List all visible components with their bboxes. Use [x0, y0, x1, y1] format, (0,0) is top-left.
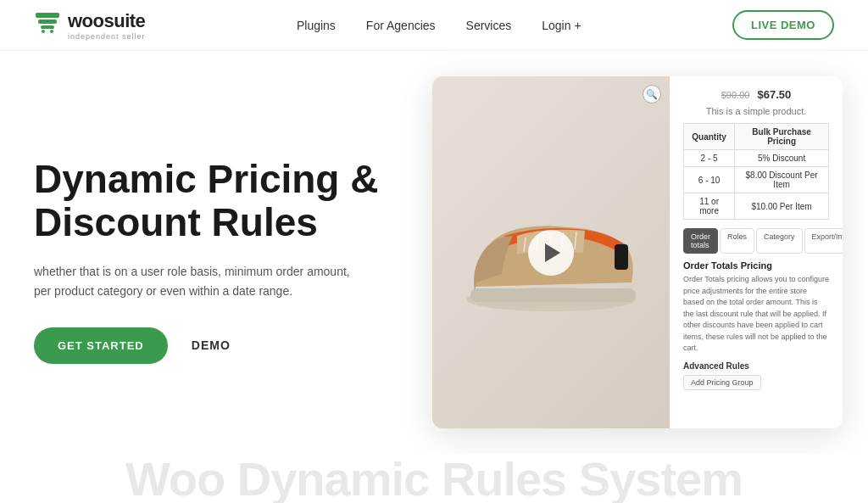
- play-button[interactable]: [528, 230, 574, 276]
- nav-services[interactable]: Services: [466, 19, 512, 32]
- svg-rect-0: [36, 13, 59, 18]
- headline-line1: Dynamic Pricing &: [34, 157, 378, 201]
- new-price: $67.50: [757, 88, 791, 101]
- demo-link[interactable]: DEMO: [192, 338, 231, 352]
- hero-left: Dynamic Pricing & Discount Rules whether…: [34, 158, 424, 364]
- svg-point-3: [42, 30, 45, 33]
- pricing-table: Quantity Bulk Purchase Pricing 2 - 5 5% …: [683, 123, 829, 220]
- headline-line2: Discount Rules: [34, 200, 318, 244]
- section-description: Order Totals pricing allows you to confi…: [683, 274, 829, 355]
- table-row: 6 - 10 $8.00 Discount Per Item: [684, 167, 829, 193]
- bottom-heading: Woo Dynamic Rules System: [125, 451, 743, 504]
- logo-icon: [34, 11, 61, 40]
- shoe-image-section: 🔍: [432, 76, 670, 428]
- shoe-image: 🔍: [432, 76, 670, 428]
- discount-cell: 5% Discount: [735, 150, 829, 167]
- table-row: 2 - 5 5% Discount: [684, 150, 829, 167]
- tab-category[interactable]: Category: [756, 228, 803, 254]
- tab-roles[interactable]: Roles: [720, 228, 754, 254]
- svg-rect-12: [615, 244, 628, 270]
- price-row: $90.00 $67.50: [683, 88, 829, 101]
- tab-export-import[interactable]: Export/Import: [804, 228, 843, 254]
- header: woosuite independent seller Plugins For …: [0, 0, 868, 51]
- discount-cell: $8.00 Discount Per Item: [735, 167, 829, 193]
- play-triangle-icon: [545, 243, 560, 262]
- get-started-button[interactable]: GET STARTED: [34, 327, 168, 364]
- hero-subtext: whether that is on a user role basis, mi…: [34, 262, 356, 300]
- nav-login[interactable]: Login +: [542, 19, 581, 32]
- svg-rect-6: [470, 288, 636, 302]
- section-title: Order Totals Pricing: [683, 260, 829, 271]
- logo[interactable]: woosuite independent seller: [34, 10, 146, 41]
- product-screenshot-card: 🔍 $90.00 $67.50 This is a simple product…: [432, 76, 843, 428]
- main-nav: Plugins For Agencies Services Login +: [297, 19, 581, 32]
- nav-for-agencies[interactable]: For Agencies: [366, 19, 436, 32]
- hero-right: 🔍 $90.00 $67.50 This is a simple product…: [424, 68, 834, 454]
- qty-cell: 2 - 5: [684, 150, 735, 167]
- tabs-row: Order totals Roles Category Export/Impor…: [683, 228, 829, 254]
- svg-rect-2: [41, 25, 54, 29]
- table-header-pricing: Bulk Purchase Pricing: [735, 124, 829, 150]
- advanced-rules-title: Advanced Rules: [683, 361, 829, 371]
- discount-cell: $10.00 Per Item: [735, 193, 829, 220]
- logo-text: woosuite: [68, 10, 146, 32]
- table-row: 11 or more $10.00 Per Item: [684, 193, 829, 220]
- old-price: $90.00: [721, 90, 750, 100]
- table-header-qty: Quantity: [684, 124, 735, 150]
- nav-plugins[interactable]: Plugins: [297, 19, 336, 32]
- cta-row: GET STARTED DEMO: [34, 327, 390, 364]
- product-label: This is a simple product.: [683, 106, 829, 116]
- hero-headline: Dynamic Pricing & Discount Rules: [34, 158, 390, 243]
- product-info-panel: $90.00 $67.50 This is a simple product. …: [670, 76, 843, 428]
- main-content: Dynamic Pricing & Discount Rules whether…: [0, 51, 868, 454]
- svg-rect-1: [38, 20, 57, 24]
- add-pricing-group-button[interactable]: Add Pricing Group: [683, 375, 761, 390]
- bottom-section: Woo Dynamic Rules System: [0, 454, 868, 503]
- svg-point-4: [50, 30, 53, 33]
- magnify-icon[interactable]: 🔍: [643, 85, 661, 103]
- live-demo-button[interactable]: LIVE DEMO: [732, 10, 834, 40]
- logo-subtext: independent seller: [68, 32, 146, 41]
- qty-cell: 6 - 10: [684, 167, 735, 193]
- qty-cell: 11 or more: [684, 193, 735, 220]
- tab-order-totals[interactable]: Order totals: [683, 228, 718, 254]
